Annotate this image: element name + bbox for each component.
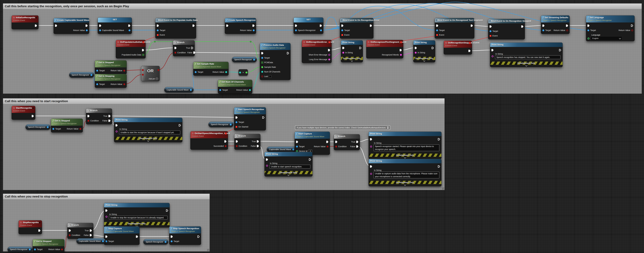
pin-icon[interactable] <box>158 69 159 71</box>
node-header[interactable]: Bind Event to On Populate Audio Data <box>156 18 196 23</box>
data-pin[interactable]: Return Value <box>554 29 568 32</box>
data-pin[interactable]: Target <box>296 145 304 148</box>
exec-pin-icon[interactable] <box>35 25 37 27</box>
pin-icon[interactable] <box>253 30 254 31</box>
exec-pin-icon[interactable] <box>341 25 344 27</box>
node-print-string[interactable]: Print StringIn StringDevelopment Only <box>413 40 435 62</box>
pin-icon[interactable] <box>342 52 344 54</box>
exec-pin[interactable] <box>559 49 561 51</box>
comment-resize-handle[interactable] <box>207 249 209 251</box>
pin-icon[interactable] <box>400 54 402 56</box>
exec-pin[interactable] <box>438 165 440 168</box>
pin-icon[interactable] <box>320 30 322 31</box>
exec-pin-icon[interactable] <box>468 50 470 52</box>
node-header[interactable]: YBranch <box>234 134 260 138</box>
exec-pin[interactable]: False <box>187 52 196 54</box>
exec-pin[interactable] <box>287 52 289 54</box>
node-print-string[interactable]: Print StringIn StringSpeech recognition … <box>490 43 563 67</box>
exec-pin[interactable] <box>236 140 238 143</box>
pin-icon[interactable] <box>490 30 492 32</box>
exec-pin-icon[interactable] <box>266 158 268 161</box>
exec-pin[interactable] <box>32 115 34 117</box>
exec-pin[interactable] <box>55 25 57 27</box>
data-pin[interactable]: Return Value <box>212 71 227 73</box>
variable-pill-speech-recognizer[interactable]: Speech Recognizer <box>143 239 168 244</box>
bubble-pin-icon[interactable] <box>387 127 388 129</box>
delegate-pin-icon[interactable] <box>436 34 438 36</box>
expand-advanced-button[interactable] <box>414 60 435 62</box>
data-pin[interactable]: Return Value <box>314 145 328 148</box>
exec-pin[interactable] <box>328 49 330 51</box>
pin-icon[interactable] <box>246 72 248 74</box>
pin-icon[interactable] <box>142 69 144 71</box>
data-pin[interactable]: Target <box>171 240 179 242</box>
exec-pin-icon[interactable] <box>438 165 440 168</box>
delegate-pin-icon[interactable] <box>157 34 159 36</box>
node-start-speech-recognition[interactable]: ƒStart Speech RecognitionTarget is Speec… <box>234 107 266 130</box>
exec-pin[interactable] <box>179 124 181 127</box>
delegate-pin[interactable]: On Started <box>236 126 248 128</box>
node-on-populate-audio-data-event[interactable]: ◇OnPopulateAudioData_EventCustom EventPo… <box>116 40 146 58</box>
exec-pin-icon[interactable] <box>335 141 338 143</box>
node-get-num-of-channels[interactable]: ƒGet Num Of ChannelsTarget is Imported S… <box>218 80 252 94</box>
delegate-pin[interactable]: Event <box>490 35 498 37</box>
data-pin[interactable]: Return Value <box>48 248 63 250</box>
node-header[interactable]: SET <box>98 18 132 23</box>
exec-pin[interactable] <box>142 49 144 51</box>
pin-icon[interactable] <box>123 83 125 85</box>
data-pin[interactable]: Succeeded <box>214 145 226 147</box>
pin-icon[interactable] <box>225 145 226 147</box>
exec-pin[interactable] <box>542 25 544 27</box>
node-header[interactable]: YBranch <box>173 41 194 45</box>
exec-pin[interactable] <box>370 138 372 140</box>
exec-pin[interactable] <box>492 49 494 51</box>
pin-icon[interactable] <box>157 30 159 31</box>
node-header[interactable]: ƒGet Is StoppedTarget is Speech Recogniz… <box>51 119 83 126</box>
exec-pin-icon[interactable] <box>106 209 108 212</box>
node-header[interactable]: YBranch <box>334 134 360 139</box>
node-branch[interactable]: YBranchTrueConditionFalse <box>334 134 360 150</box>
exec-pin-icon[interactable] <box>99 25 101 27</box>
node-header[interactable]: ƒCreate Capturable Sound Wave <box>54 18 89 23</box>
exec-pin-icon[interactable] <box>32 115 34 117</box>
pin-icon[interactable] <box>123 70 125 72</box>
delegate-output-pin[interactable] <box>39 221 41 224</box>
pin-icon[interactable] <box>236 121 238 123</box>
node-header[interactable]: Bind Event to On Recognized Text Segment <box>435 18 474 23</box>
variable-pill-speech-recognizer[interactable]: Speech Recognizer <box>69 72 94 78</box>
pin-icon[interactable] <box>326 146 328 147</box>
pin-icon[interactable] <box>225 71 227 73</box>
delegate-output-pin[interactable] <box>469 42 471 44</box>
node-header[interactable]: ƒGet Is StoppingTarget is Speech Recogni… <box>95 74 126 81</box>
pin-icon[interactable] <box>436 30 438 31</box>
data-pin[interactable]: Condition <box>88 120 99 122</box>
data-pin[interactable]: Return Value <box>67 128 81 130</box>
exec-pin-icon[interactable] <box>128 25 130 27</box>
pin-icon[interactable] <box>261 71 263 73</box>
exec-pin-icon[interactable] <box>157 25 159 27</box>
reroute-node[interactable] <box>154 41 156 42</box>
pin-icon[interactable] <box>328 59 330 60</box>
array-pin[interactable]: PCMData <box>261 61 273 64</box>
pin-icon[interactable] <box>295 30 297 31</box>
node-header[interactable]: Bind Event to On Recognition Error <box>340 18 373 23</box>
exec-pin[interactable] <box>198 235 200 238</box>
exec-pin-icon[interactable] <box>193 52 196 54</box>
node-or-boolean[interactable]: ORAdd pin+ <box>141 66 160 81</box>
expand-advanced-button[interactable] <box>341 60 363 62</box>
node-header[interactable]: ◇OnRecognizedTextSegment_EventCustom Eve… <box>366 40 403 47</box>
delegate-pin[interactable]: Event <box>341 34 350 36</box>
exec-pin-icon[interactable] <box>171 235 173 238</box>
node-header[interactable]: ƒStart CaptureTarget is Capturable Sound… <box>295 132 330 139</box>
pin-icon[interactable] <box>566 30 568 31</box>
exec-pin[interactable]: True <box>186 47 193 49</box>
pin-icon[interactable] <box>328 54 330 56</box>
node-branch[interactable]: YBranchTrueConditionFalse <box>173 40 195 56</box>
exec-pin[interactable] <box>38 229 40 232</box>
node-header[interactable]: ◇StopRecognitionCustom Event <box>19 220 42 227</box>
node-header[interactable]: ƒSet Streaming DefaultsTarget is Speech … <box>541 16 570 23</box>
node-header[interactable]: Print String <box>369 159 441 163</box>
node-header[interactable]: YBranch <box>68 223 93 227</box>
node-branch[interactable]: YBranchTrueConditionFalse <box>234 134 260 150</box>
exec-pin[interactable] <box>438 138 440 140</box>
